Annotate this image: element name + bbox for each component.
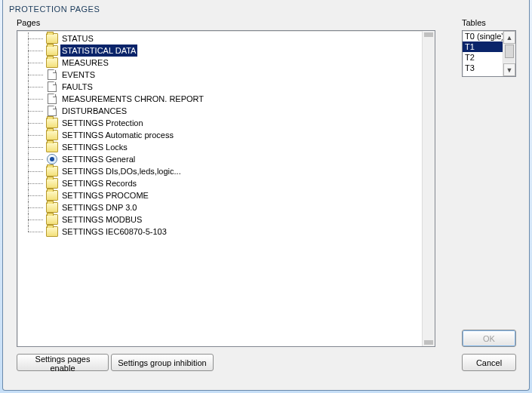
folder-icon [46, 142, 58, 152]
tree-item[interactable]: STATUS [17, 32, 435, 45]
tree-connector-icon [20, 213, 46, 226]
tree-item-label: STATISTICAL DATA [60, 45, 137, 57]
scroll-thumb[interactable] [505, 45, 514, 58]
folder-icon [46, 214, 58, 225]
doc-icon [48, 69, 57, 80]
settings-pages-enable-button[interactable]: Settings pages enable [17, 354, 109, 371]
tree-item-label: SETTINGS DIs,DOs,leds,logic... [60, 165, 183, 177]
tree-item-label: MEASURES [60, 57, 110, 69]
tree-connector-icon [20, 141, 46, 153]
dialog-window: PROTECTION PAGES Pages Tables STATUSSTAT… [2, 0, 530, 391]
tree-item-label: EVENTS [60, 69, 97, 81]
tree-item[interactable]: SETTINGS DIs,DOs,leds,logic... [17, 165, 435, 177]
tables-item[interactable]: T1 [463, 41, 503, 52]
tree-connector-icon [20, 117, 46, 129]
tree-item[interactable]: STATISTICAL DATA [17, 45, 435, 57]
folder-icon [46, 118, 58, 128]
tree-item[interactable]: FAULTS [17, 81, 435, 93]
pages-label: Pages [17, 18, 40, 27]
tree-item[interactable]: SETTINGS Records [17, 177, 435, 189]
tree-item[interactable]: SETTINGS Locks [17, 141, 435, 153]
tree-item[interactable]: SETTINGS General [17, 153, 435, 165]
folder-icon [46, 190, 58, 201]
tables-item[interactable]: T0 (single) [463, 31, 503, 41]
doc-icon [48, 81, 57, 92]
tree-connector-icon [20, 189, 46, 201]
doc-icon [48, 94, 57, 104]
tree-connector-icon [20, 153, 46, 165]
tables-scrollbar[interactable]: ▲ ▼ [503, 31, 515, 76]
tree-item-label: SETTINGS General [60, 153, 137, 165]
cancel-button[interactable]: Cancel [462, 354, 516, 371]
tree-item[interactable]: EVENTS [17, 69, 435, 81]
tree-connector-icon [20, 81, 46, 93]
tree-item[interactable]: MEASURES [17, 57, 435, 69]
tree-connector-icon [20, 226, 46, 238]
tree-item[interactable]: DISTURBANCES [17, 105, 435, 117]
folder-icon [46, 166, 58, 177]
tree-item-label: SETTINGS MODBUS [60, 213, 143, 226]
tree-item-label: DISTURBANCES [60, 105, 128, 117]
folder-icon [46, 57, 58, 68]
tree-item-label: FAULTS [60, 81, 94, 93]
tree-scrollbar[interactable] [422, 31, 435, 346]
folder-icon [46, 130, 58, 140]
tree-connector-icon [20, 177, 46, 189]
folder-icon [46, 178, 58, 189]
tree-connector-icon [20, 165, 46, 177]
tree-connector-icon [20, 45, 46, 57]
doc-icon [48, 106, 57, 116]
tree-item[interactable]: SETTINGS MODBUS [17, 213, 435, 226]
tables-listbox[interactable]: T0 (single)T1T2T3 ▲ ▼ [462, 30, 516, 77]
scroll-arrow-down-icon[interactable] [424, 340, 433, 345]
tree-item-label: MEASUREMENTS CHRON. REPORT [60, 93, 205, 105]
tree-item-label: SETTINGS Locks [60, 141, 129, 153]
tree-connector-icon [20, 129, 46, 141]
pages-tree[interactable]: STATUSSTATISTICAL DATAMEASURESEVENTSFAUL… [17, 30, 435, 347]
tree-connector-icon [20, 57, 46, 69]
scroll-arrow-up-icon[interactable] [424, 32, 433, 37]
content-area: Pages Tables STATUSSTATISTICAL DATAMEASU… [9, 18, 523, 384]
ok-button[interactable]: OK [462, 330, 516, 347]
tree-item[interactable]: MEASUREMENTS CHRON. REPORT [17, 93, 435, 105]
tree-item-label: SETTINGS Automatic process [60, 129, 175, 141]
folder-icon [46, 45, 58, 56]
tree-connector-icon [20, 201, 46, 213]
scroll-up-button[interactable]: ▲ [503, 31, 515, 44]
settings-group-inhibition-button[interactable]: Settings group inhibition [111, 354, 214, 371]
tables-item[interactable]: T3 [463, 63, 503, 73]
folder-icon [46, 226, 58, 237]
tree-item[interactable]: SETTINGS Protection [17, 117, 435, 129]
tree-item[interactable]: SETTINGS PROCOME [17, 189, 435, 201]
tree-item-label: STATUS [60, 32, 95, 45]
tree-item-label: SETTINGS Protection [60, 117, 145, 129]
tree-item-label: SETTINGS Records [60, 177, 138, 189]
folder-icon [46, 33, 58, 44]
scroll-track[interactable] [504, 45, 515, 63]
window-title: PROTECTION PAGES [3, 0, 529, 17]
tree-item[interactable]: SETTINGS DNP 3.0 [17, 201, 435, 213]
tree-item-label: SETTINGS DNP 3.0 [60, 201, 138, 213]
tree-item-label: SETTINGS PROCOME [60, 189, 150, 201]
tables-item[interactable]: T2 [463, 52, 503, 63]
scroll-down-button[interactable]: ▼ [503, 63, 515, 76]
tree-root: STATUSSTATISTICAL DATAMEASURESEVENTSFAUL… [17, 31, 435, 239]
tables-list: T0 (single)T1T2T3 [463, 31, 503, 76]
tree-item[interactable]: SETTINGS IEC60870-5-103 [17, 226, 435, 238]
tree-item-label: SETTINGS IEC60870-5-103 [60, 226, 168, 238]
tree-connector-icon [20, 93, 46, 105]
radio-icon [47, 154, 57, 164]
tree-item[interactable]: SETTINGS Automatic process [17, 129, 435, 141]
folder-icon [46, 202, 58, 213]
tree-connector-icon [20, 32, 46, 45]
tables-label: Tables [462, 18, 486, 27]
tree-connector-icon [20, 105, 46, 117]
tree-connector-icon [20, 69, 46, 81]
